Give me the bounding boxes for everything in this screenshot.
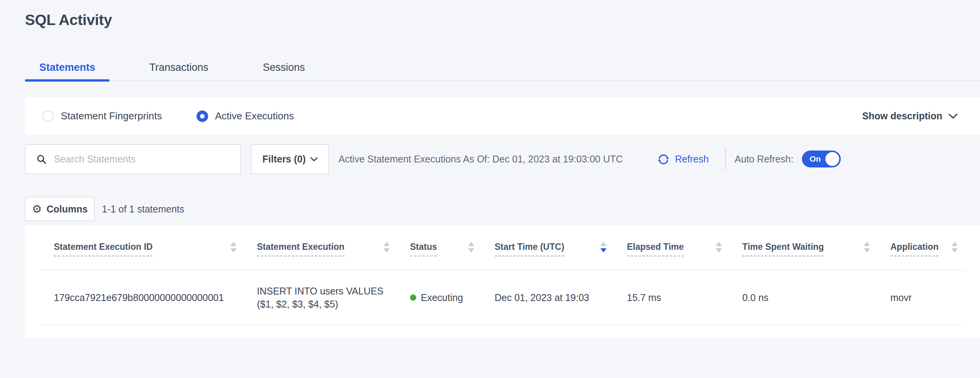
sort-icon	[383, 242, 390, 253]
chevron-down-icon	[310, 157, 318, 162]
search-input[interactable]	[54, 154, 233, 165]
show-description-label: Show description	[862, 110, 942, 122]
cell-execution-id: 179cca7921e679b80000000000000001	[40, 270, 243, 325]
column-header-statement-execution-id[interactable]: Statement Execution ID	[40, 225, 243, 270]
active-tab-indicator	[25, 79, 110, 82]
column-header-application[interactable]: Application	[877, 225, 965, 270]
as-of-timestamp: Active Statement Executions As Of: Dec 0…	[338, 144, 623, 174]
refresh-button[interactable]: Refresh	[657, 144, 709, 174]
chevron-down-icon	[948, 114, 958, 119]
tab-transactions[interactable]: Transactions	[131, 54, 227, 81]
page-title: SQL Activity	[25, 12, 112, 28]
column-header-status[interactable]: Status	[397, 225, 481, 270]
table-row[interactable]: 179cca7921e679b80000000000000001 INSERT …	[40, 270, 965, 325]
tab-transactions-label: Transactions	[149, 62, 208, 74]
cell-application: movr	[877, 270, 965, 325]
columns-button-label: Columns	[47, 204, 88, 215]
sort-icon	[864, 242, 870, 253]
sort-icon-descending-active	[600, 242, 607, 253]
sort-icon	[230, 242, 237, 253]
results-count: 1-1 of 1 statements	[102, 197, 184, 221]
table-header-row: Statement Execution ID Statement Executi…	[40, 225, 965, 270]
refresh-label: Refresh	[675, 154, 709, 165]
radio-statement-fingerprints-label: Statement Fingerprints	[61, 110, 162, 122]
sort-icon	[716, 242, 722, 253]
refresh-icon	[657, 152, 670, 166]
filters-button[interactable]: Filters (0)	[251, 144, 329, 174]
search-icon	[36, 154, 47, 165]
column-header-time-spent-waiting[interactable]: Time Spent Waiting	[729, 225, 877, 270]
view-mode-card: Statement Fingerprints Active Executions…	[25, 97, 980, 135]
tab-bar: Statements Transactions Sessions	[0, 54, 980, 81]
radio-off-icon	[42, 110, 54, 122]
table-controls: ⚙ Columns 1-1 of 1 statements	[25, 197, 980, 221]
column-header-statement-execution[interactable]: Statement Execution	[243, 225, 397, 270]
radio-statement-fingerprints[interactable]: Statement Fingerprints	[42, 110, 162, 122]
tab-sessions-label: Sessions	[263, 62, 305, 74]
status-dot-icon	[410, 294, 416, 301]
cell-elapsed-time: 15.7 ms	[613, 270, 729, 325]
search-box	[25, 144, 241, 174]
sort-icon	[468, 242, 474, 253]
cell-statement-execution: INSERT INTO users VALUES ($1, $2, $3, $4…	[243, 270, 397, 325]
auto-refresh-state: On	[810, 151, 821, 167]
auto-refresh-label: Auto Refresh:	[735, 144, 793, 174]
radio-active-executions-label: Active Executions	[215, 110, 294, 122]
toggle-knob	[825, 152, 839, 166]
radio-active-executions[interactable]: Active Executions	[197, 110, 294, 122]
cell-start-time: Dec 01, 2023 at 19:03	[481, 270, 613, 325]
radio-on-icon	[197, 110, 208, 122]
auto-refresh-toggle[interactable]: On	[802, 151, 841, 167]
statements-table: Statement Execution ID Statement Executi…	[25, 225, 980, 338]
column-header-elapsed-time[interactable]: Elapsed Time	[613, 225, 729, 270]
show-description-toggle[interactable]: Show description	[862, 97, 958, 135]
statements-toolbar: Filters (0) Active Statement Executions …	[25, 144, 980, 174]
filters-button-label: Filters (0)	[262, 154, 306, 165]
toolbar-divider	[725, 148, 726, 170]
cell-status: Executing	[397, 270, 481, 325]
tab-statements-label: Statements	[39, 62, 95, 74]
tab-statements[interactable]: Statements	[25, 54, 110, 81]
tab-sessions[interactable]: Sessions	[245, 54, 322, 81]
cell-time-spent-waiting: 0.0 ns	[729, 270, 877, 325]
sort-icon	[952, 242, 958, 253]
columns-button[interactable]: ⚙ Columns	[25, 197, 95, 221]
column-header-start-time[interactable]: Start Time (UTC)	[481, 225, 613, 270]
status-label: Executing	[421, 292, 463, 303]
gear-icon: ⚙	[32, 204, 42, 215]
